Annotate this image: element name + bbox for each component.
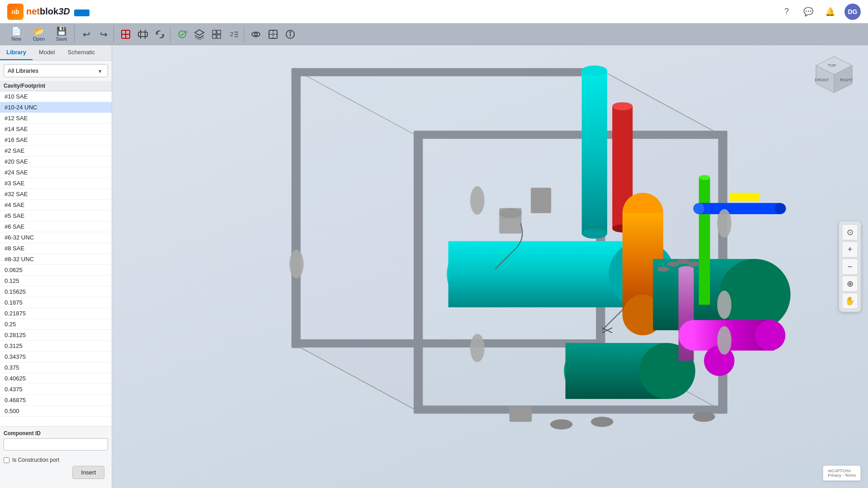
component-id-section: Component ID <box>0 427 112 454</box>
library-list-item[interactable]: #3 SAE <box>0 178 112 189</box>
library-list-item[interactable]: #8-32 UNC <box>0 254 112 265</box>
library-list-item[interactable]: 0.28125 <box>0 330 112 341</box>
open-label: Open <box>33 36 45 42</box>
undo-button[interactable]: ↩ <box>78 26 94 42</box>
svg-rect-41 <box>414 131 727 139</box>
library-list-item[interactable]: #32 SAE <box>0 189 112 200</box>
sidebar: Library Model Schematic All Libraries SA… <box>0 45 112 488</box>
redo-button[interactable]: ↪ <box>95 26 112 42</box>
header: nb netblok3D Beta ? 💬 🔔 DG <box>0 0 868 23</box>
library-dropdown-wrap: All Libraries SAE UNC Custom <box>0 61 112 81</box>
logo: nb netblok3D Beta <box>7 4 90 20</box>
library-list[interactable]: #10 SAE#10-24 UNC#12 SAE#14 SAE#16 SAE#2… <box>0 91 112 427</box>
logo-text: netblok3D Beta <box>26 6 90 17</box>
viewport-button[interactable] <box>265 26 281 42</box>
library-list-item[interactable]: 0.1875 <box>0 297 112 308</box>
validate-button[interactable]: 51 <box>174 26 190 42</box>
svg-point-48 <box>582 229 607 239</box>
chat-button[interactable]: 💬 <box>801 5 816 19</box>
open-button[interactable]: 📂 Open <box>28 25 50 43</box>
align2-button[interactable] <box>135 26 151 42</box>
svg-rect-11 <box>212 35 216 38</box>
svg-point-85 <box>717 209 731 238</box>
library-list-item[interactable]: 0.500 <box>0 406 112 417</box>
toolbar: 📄 New 📂 Open 💾 Save ↩ ↪ <box>0 23 868 45</box>
component-id-input[interactable] <box>4 438 108 450</box>
save-button[interactable]: 💾 Save <box>51 25 72 43</box>
svg-point-91 <box>688 262 700 267</box>
file-group: 📄 New 📂 Open 💾 Save <box>4 25 75 43</box>
notifications-button[interactable]: 🔔 <box>823 5 837 19</box>
library-list-item[interactable]: #8 SAE <box>0 243 112 254</box>
rotate-button[interactable] <box>152 26 168 42</box>
pan-button[interactable]: ✋ <box>842 293 858 309</box>
grid-button[interactable] <box>208 26 225 42</box>
library-list-item[interactable]: 0.375 <box>0 362 112 373</box>
svg-point-78 <box>470 334 485 362</box>
logo-icon: nb <box>7 4 24 20</box>
svg-rect-37 <box>414 131 423 412</box>
help-button[interactable]: ? <box>779 5 794 19</box>
library-list-item[interactable]: 0.0625 <box>0 265 112 276</box>
library-list-item[interactable]: #4 SAE <box>0 200 112 211</box>
help-icon: ? <box>784 7 789 16</box>
recaptcha-text1: reCAPTCHA <box>828 469 856 473</box>
svg-rect-12 <box>217 35 221 38</box>
library-list-item[interactable]: 0.21875 <box>0 308 112 319</box>
svg-point-50 <box>612 102 632 110</box>
view-group <box>246 26 300 42</box>
svg-text:2: 2 <box>230 31 233 38</box>
construction-label: Is Construction port <box>12 457 59 463</box>
tab-schematic[interactable]: Schematic <box>61 45 102 60</box>
zoom-out-icon: − <box>848 262 853 272</box>
library-dropdown[interactable]: All Libraries SAE UNC Custom <box>4 64 108 77</box>
construction-checkbox[interactable] <box>4 457 9 463</box>
library-list-item[interactable]: 0.4375 <box>0 384 112 395</box>
avatar[interactable]: DG <box>844 4 861 20</box>
library-list-item[interactable]: #12 SAE <box>0 113 112 124</box>
eye-button[interactable] <box>248 26 264 42</box>
numbering-button[interactable]: 2 <box>226 26 242 42</box>
svg-rect-69 <box>699 203 780 214</box>
align-button[interactable] <box>118 26 134 42</box>
library-list-item[interactable]: #10-24 UNC <box>0 102 112 113</box>
tab-library[interactable]: Library <box>0 45 33 60</box>
zoom-fit-button[interactable]: ⊕ <box>842 276 858 292</box>
history-group: ↩ ↪ <box>76 26 114 42</box>
info-button[interactable] <box>282 26 298 42</box>
library-list-item[interactable]: #6 SAE <box>0 221 112 232</box>
library-list-item[interactable]: #24 SAE <box>0 167 112 178</box>
viewport[interactable]: TOP FRONT RIGHT <box>112 45 868 488</box>
save-label: Save <box>56 36 67 42</box>
new-button[interactable]: 📄 New <box>5 25 27 43</box>
library-list-item[interactable]: #10 SAE <box>0 91 112 102</box>
library-list-item[interactable]: 0.25 <box>0 319 112 330</box>
library-list-item[interactable]: 0.125 <box>0 276 112 286</box>
svg-point-71 <box>775 203 786 214</box>
zoom-out-button[interactable]: − <box>842 258 858 275</box>
library-list-item[interactable]: 0.15625 <box>0 286 112 297</box>
tab-model[interactable]: Model <box>33 45 61 60</box>
library-list-item[interactable]: #14 SAE <box>0 124 112 135</box>
library-list-item[interactable]: #5 SAE <box>0 211 112 221</box>
library-list-item[interactable]: #2 SAE <box>0 145 112 156</box>
svg-point-70 <box>693 203 704 214</box>
insert-button[interactable]: Insert <box>72 466 104 479</box>
library-list-item[interactable]: 0.46875 <box>0 395 112 406</box>
library-list-item[interactable]: 0.40625 <box>0 373 112 384</box>
svg-point-18 <box>255 33 257 36</box>
library-list-item[interactable]: #6-32 UNC <box>0 232 112 243</box>
svg-point-57 <box>719 259 791 330</box>
library-list-item[interactable]: #16 SAE <box>0 135 112 145</box>
library-list-item[interactable]: #20 SAE <box>0 156 112 167</box>
save-icon: 💾 <box>57 27 66 35</box>
zoom-controls: ⊙ + − ⊕ ✋ <box>839 221 861 312</box>
library-list-item[interactable]: 0.34375 <box>0 352 112 362</box>
layers-button[interactable] <box>191 26 208 42</box>
svg-point-86 <box>717 291 731 319</box>
library-list-item[interactable]: 0.3125 <box>0 341 112 352</box>
zoom-in-button[interactable]: + <box>842 241 858 258</box>
svg-point-65 <box>755 320 786 351</box>
zoom-reset-button[interactable]: ⊙ <box>842 224 858 240</box>
svg-rect-76 <box>531 188 551 213</box>
